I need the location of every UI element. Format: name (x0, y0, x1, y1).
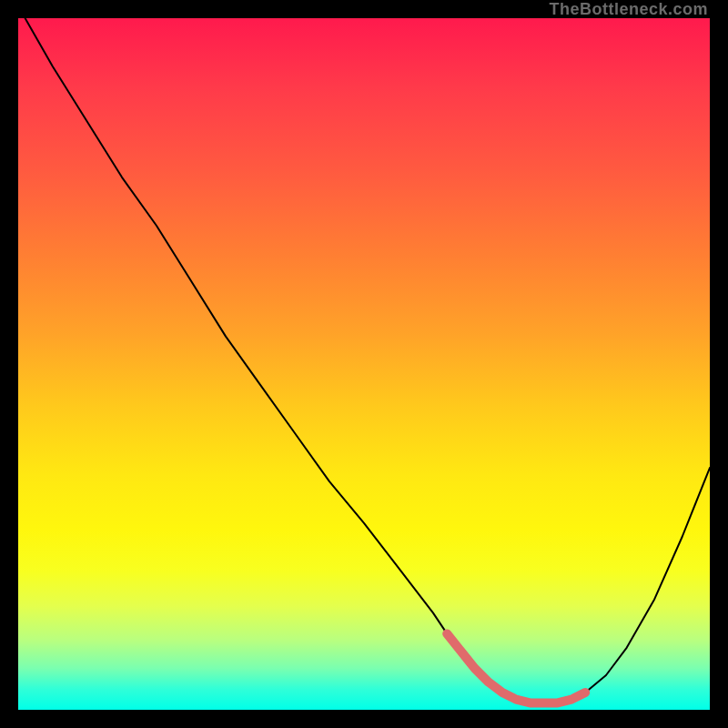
gradient-plot-area (18, 18, 710, 710)
watermark-text: TheBottleneck.com (549, 0, 708, 19)
bottleneck-curve (25, 18, 710, 703)
curve-svg (18, 18, 710, 710)
chart-frame: TheBottleneck.com (0, 0, 728, 728)
optimal-range-highlight (447, 633, 585, 703)
